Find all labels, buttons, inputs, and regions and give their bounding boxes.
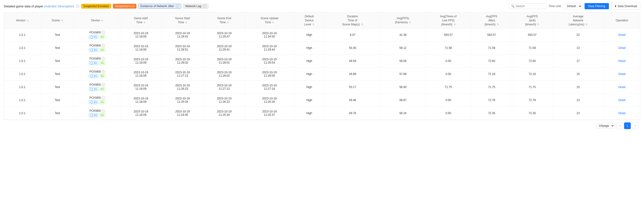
device-tag-1: ◯ 11 (89, 48, 98, 52)
date-cell: 2023-10-1911:26:23 (204, 94, 245, 107)
detail-link[interactable]: Detail (618, 59, 626, 63)
col-duration[interactable]: DurationTime ofScene Map(s) ⇅ (324, 13, 380, 29)
date-cell: 2023-10-1911:24:45 (162, 107, 204, 120)
page-size-select[interactable]: 10/page 20/page 50/page (596, 123, 615, 129)
col-scene-upload[interactable]: Scene UploadTime ⇅ (245, 13, 294, 29)
col-device[interactable]: Device ⇅ (74, 13, 120, 29)
version-cell: 1.0.1 (4, 29, 40, 42)
device-info-icon[interactable]: i (102, 109, 105, 113)
scene-cell: Test (40, 42, 74, 55)
avg-fps-jank-cell: 593.57 (512, 29, 552, 42)
device-info-icon[interactable]: i (102, 96, 105, 99)
device-info-icon[interactable]: i (102, 83, 105, 86)
avg-low-fps-cell: 0.00 (425, 107, 471, 120)
table-body: 1.0.1Test PCKM00 i ◯ 11 8G 2023-10-1911:… (4, 29, 640, 120)
footer-row: 10/page 20/page 50/page ‹ 1 › (4, 120, 640, 132)
date-cell: 2023-10-1911:27:13 (162, 68, 204, 81)
avg-latency-cell: 13 (552, 94, 604, 107)
network-jitter-info-icon[interactable]: i (176, 5, 179, 8)
col-avg-fps[interactable]: Avg(FPS)(frames/s) ⇅ (380, 13, 425, 29)
detail-link[interactable]: Detail (618, 72, 626, 76)
device-tag-1: ◯ 11 (89, 87, 98, 91)
device-tag-2: 8G (99, 35, 106, 39)
date-cell: 2023-10-1911:27:13 (204, 81, 245, 94)
indicator-description-link[interactable]: (Indicator Description) (44, 5, 74, 8)
avg-fps-cell: 41.38 (380, 29, 425, 42)
operation-cell[interactable]: Detail (604, 55, 640, 68)
col-game-start[interactable]: Game startTime ⇅ (120, 13, 162, 29)
detail-link[interactable]: Detail (618, 85, 626, 89)
operation-cell[interactable]: Detail (604, 68, 640, 81)
badge-suspected-emulator: Suspected Emulator (81, 4, 111, 9)
sort-icon-duration: ⇅ (361, 23, 363, 26)
device-level-cell: High (294, 29, 324, 42)
device-cell: PCKM00 i ◯ 11 8G (74, 94, 120, 107)
unit-select[interactable]: Default (564, 3, 582, 9)
detail-link[interactable]: Detail (618, 98, 626, 102)
avg-fps-jitter-cell: 71.58 (471, 42, 512, 55)
col-scene-start[interactable]: Scene StartTime ⇅ (162, 13, 204, 29)
device-name-text: PCKM00 (90, 83, 101, 86)
avg-fps-jitter-cell: 72.35 (471, 107, 512, 120)
device-cell: PCKM00 i ◯ 11 8G (74, 29, 120, 42)
table-row: 1.0.1Test PCKM00 i ◯ 11 8G 2023-10-1911:… (4, 42, 640, 55)
device-name-text: PCKM00 (90, 96, 101, 99)
device-level-cell: High (294, 55, 324, 68)
device-info-icon[interactable]: i (102, 70, 105, 73)
device-cell: PCKM00 i ◯ 11 8G (74, 81, 120, 94)
search-input[interactable] (516, 5, 544, 8)
col-scene[interactable]: Scene ⇅ (40, 13, 74, 29)
avg-fps-jank-cell: 71.58 (512, 42, 552, 55)
col-avg-latency[interactable]: AverageNetworkLatency(ms) ⇅ (552, 13, 604, 29)
avg-fps-cell: 58.58 (380, 55, 425, 68)
device-info-icon[interactable]: i (102, 57, 105, 60)
unit-label: Time Unit: (548, 5, 561, 8)
operation-cell[interactable]: Detail (604, 42, 640, 55)
avg-fps-jitter-cell: 72.78 (471, 94, 512, 107)
operation-cell[interactable]: Detail (604, 94, 640, 107)
date-cell: 2023-10-1911:34:50 (245, 29, 294, 42)
avg-fps-cell: 57.88 (380, 68, 425, 81)
sort-icon-scene-upload: ⇅ (272, 21, 274, 24)
page-title: Detailed game data of player (Indicator … (4, 5, 74, 8)
scene-cell: Test (40, 29, 74, 42)
avg-latency-cell: 13 (552, 42, 604, 55)
col-avg-fps-jitter[interactable]: Avg(FPSJitter)(times/h) ⇅ (471, 13, 512, 29)
duration-cell: 50.30 (324, 42, 380, 55)
device-name-text: PCKM00 (90, 44, 101, 47)
page-1-button[interactable]: 1 (624, 123, 631, 129)
detail-link[interactable]: Detail (618, 46, 626, 50)
avg-low-fps-cell: 0.00 (425, 94, 471, 107)
badge-network-lag: Network Lag i (183, 4, 208, 9)
data-filtering-button[interactable]: Data Filtering (584, 3, 609, 9)
detail-link[interactable]: Detail (618, 33, 626, 37)
operation-cell[interactable]: Detail (604, 29, 640, 42)
info-icon[interactable]: i (76, 5, 79, 8)
col-avg-fps-jank[interactable]: Avg(FPSJank)(times/h) ⇅ (512, 13, 552, 29)
avg-low-fps-cell: 0.00 (425, 55, 471, 68)
col-operation: Operation (604, 13, 640, 29)
date-cell: 2023-10-1911:18:09 (120, 107, 162, 120)
date-cell: 2023-10-1911:18:09 (120, 94, 162, 107)
network-lag-info-icon[interactable]: i (203, 5, 206, 8)
device-info-icon[interactable]: i (102, 44, 105, 47)
detail-link[interactable]: Detail (618, 111, 626, 115)
data-download-button[interactable]: ⬇ Data Download (611, 3, 640, 10)
scene-cell: Test (40, 94, 74, 107)
col-scene-end[interactable]: Scene EndTime ⇅ (204, 13, 245, 29)
operation-cell[interactable]: Detail (604, 81, 640, 94)
operation-cell[interactable]: Detail (604, 107, 640, 120)
col-version[interactable]: Version ⇅ (4, 13, 40, 29)
device-cell: PCKM00 i ◯ 11 8G (74, 107, 120, 120)
avg-latency-cell: 15 (552, 68, 604, 81)
badge-network-jitter: Existence of Network Jitter i (138, 4, 181, 9)
header-right: 🔍 Time Unit: Default Data Filtering ⬇ Da… (509, 3, 640, 10)
device-info-icon[interactable]: i (102, 31, 105, 34)
next-page-button[interactable]: › (632, 123, 638, 129)
prev-page-button[interactable]: ‹ (616, 123, 623, 129)
date-cell: 2023-10-1911:25:34 (162, 94, 204, 107)
col-default-device[interactable]: DefaultDeviceLevel ⇅ (294, 13, 324, 29)
col-avg-low-fps[interactable]: Avg(Times ofLow FPS)(times/h) ⇅ (425, 13, 471, 29)
avg-low-fps-cell: 0.00 (425, 68, 471, 81)
table-row: 1.0.1Test PCKM00 i ◯ 11 8G 2023-10-1911:… (4, 68, 640, 81)
